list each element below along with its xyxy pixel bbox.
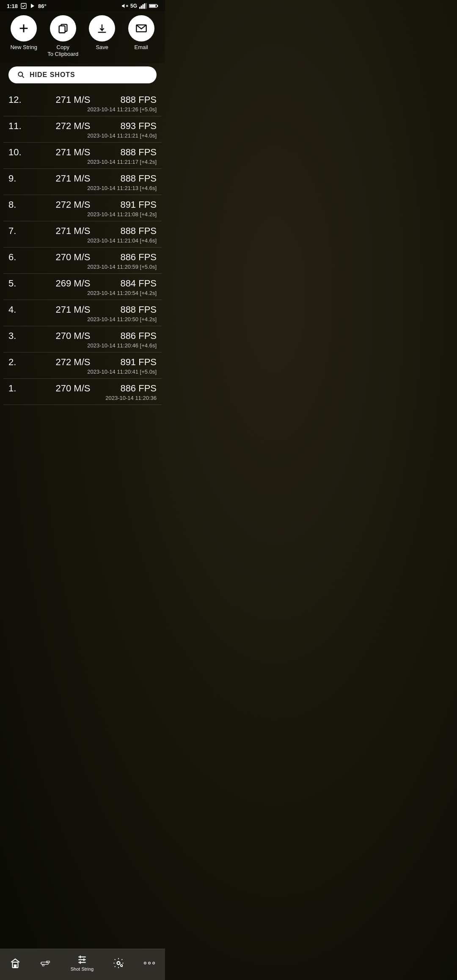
shot-fps: 886 FPS [118,330,157,341]
status-right: 5G [121,3,158,9]
status-left: 1:18 86° [7,3,47,9]
shot-timestamp: 2023-10-14 11:21:21 [+4.0s] [8,132,157,139]
shot-number: 6. [8,252,28,263]
email-icon [135,22,147,34]
shot-number: 4. [8,304,28,315]
copy-icon [57,22,69,34]
shot-number: 11. [8,121,28,132]
shot-item[interactable]: 12.271 M/S888 FPS2023-10-14 11:21:26 [+5… [3,90,162,116]
shot-speed: 271 M/S [28,147,118,158]
shot-item[interactable]: 3.270 M/S886 FPS2023-10-14 11:20:46 [+4.… [3,326,162,352]
shot-number: 2. [8,357,28,368]
svg-marker-2 [122,4,124,8]
svg-point-19 [18,72,22,77]
shot-item[interactable]: 9.271 M/S888 FPS2023-10-14 11:21:13 [+4.… [3,169,162,195]
copy-clipboard-button[interactable]: CopyTo Clipboard [46,15,80,57]
save-button[interactable]: Save [85,15,119,51]
shot-speed: 270 M/S [28,252,118,263]
shot-item[interactable]: 6.270 M/S886 FPS2023-10-14 11:20:59 [+5.… [3,248,162,274]
shot-timestamp: 2023-10-14 11:21:08 [+4.2s] [8,211,157,217]
shot-number: 1. [8,383,28,394]
svg-marker-1 [31,4,34,8]
search-icon [17,71,25,79]
svg-rect-6 [141,6,142,9]
shot-number: 3. [8,330,28,341]
shot-number: 7. [8,226,28,237]
copy-icon-circle [50,15,76,41]
save-icon-circle [89,15,115,41]
shot-item[interactable]: 5.269 M/S884 FPS2023-10-14 11:20:54 [+4.… [3,274,162,300]
shot-item[interactable]: 11.272 M/S893 FPS2023-10-14 11:21:21 [+4… [3,116,162,143]
play-icon [30,3,36,9]
shot-fps: 888 FPS [118,94,157,105]
shot-speed: 272 M/S [28,357,118,368]
svg-rect-11 [157,5,158,7]
plus-icon [18,22,30,34]
status-network: 5G [130,3,137,9]
shot-timestamp: 2023-10-14 11:20:36 [8,395,157,401]
shot-speed: 272 M/S [28,199,118,210]
email-icon-circle [128,15,154,41]
shot-timestamp: 2023-10-14 11:20:46 [+4.6s] [8,342,157,349]
shot-number: 5. [8,278,28,289]
shot-fps: 888 FPS [118,226,157,237]
toolbar: New String CopyTo Clipboard Save [0,11,165,63]
svg-rect-8 [144,3,145,9]
checkbox-icon [20,3,27,9]
shot-speed: 271 M/S [28,226,118,237]
shot-fps: 886 FPS [118,252,157,263]
svg-rect-16 [59,26,65,33]
copy-clipboard-label: CopyTo Clipboard [47,44,78,57]
shot-fps: 893 FPS [118,121,157,132]
save-label: Save [96,44,108,51]
shot-item[interactable]: 4.271 M/S888 FPS2023-10-14 11:20:50 [+4.… [3,300,162,326]
shot-timestamp: 2023-10-14 11:21:26 [+5.0s] [8,106,157,113]
shot-list: 12.271 M/S888 FPS2023-10-14 11:21:26 [+5… [0,90,165,405]
shot-timestamp: 2023-10-14 11:20:41 [+5.0s] [8,369,157,375]
new-string-icon-circle [11,15,37,41]
battery-icon [149,3,158,8]
signal-icon [139,3,147,9]
shot-number: 9. [8,173,28,184]
shot-timestamp: 2023-10-14 11:20:54 [+4.2s] [8,290,157,296]
shot-fps: 891 FPS [118,199,157,210]
shot-fps: 891 FPS [118,357,157,368]
svg-rect-5 [139,7,140,9]
shot-speed: 271 M/S [28,173,118,184]
svg-rect-12 [149,5,156,7]
shot-speed: 269 M/S [28,278,118,289]
shot-timestamp: 2023-10-14 11:21:13 [+4.6s] [8,185,157,191]
email-label: Email [134,44,148,51]
shot-number: 10. [8,147,28,158]
shot-item[interactable]: 1.270 M/S886 FPS2023-10-14 11:20:36 [3,379,162,405]
shot-timestamp: 2023-10-14 11:20:59 [+5.0s] [8,264,157,270]
svg-rect-9 [146,3,147,9]
email-button[interactable]: Email [124,15,158,51]
shot-speed: 272 M/S [28,121,118,132]
svg-rect-7 [143,4,144,9]
mute-icon [121,3,128,9]
shot-timestamp: 2023-10-14 11:21:17 [+4.2s] [8,159,157,165]
shot-fps: 886 FPS [118,383,157,394]
download-icon [96,22,108,34]
new-string-label: New String [10,44,37,51]
svg-line-20 [22,76,24,78]
shot-fps: 888 FPS [118,173,157,184]
shot-fps: 888 FPS [118,304,157,315]
shot-speed: 270 M/S [28,330,118,341]
status-bar: 1:18 86° 5G [0,0,165,11]
shot-item[interactable]: 10.271 M/S888 FPS2023-10-14 11:21:17 [+4… [3,143,162,169]
new-string-button[interactable]: New String [7,15,41,51]
hide-shots-button[interactable]: HIDE SHOTS [8,66,157,83]
shot-fps: 888 FPS [118,147,157,158]
shot-number: 8. [8,199,28,210]
shot-speed: 270 M/S [28,383,118,394]
shot-item[interactable]: 7.271 M/S888 FPS2023-10-14 11:21:04 [+4.… [3,221,162,248]
hide-shots-label: HIDE SHOTS [30,71,75,79]
shot-item[interactable]: 2.272 M/S891 FPS2023-10-14 11:20:41 [+5.… [3,352,162,379]
status-temp: 86° [38,3,47,9]
shot-item[interactable]: 8.272 M/S891 FPS2023-10-14 11:21:08 [+4.… [3,195,162,221]
shot-speed: 271 M/S [28,304,118,315]
status-time: 1:18 [7,3,18,9]
shot-timestamp: 2023-10-14 11:21:04 [+4.6s] [8,237,157,244]
